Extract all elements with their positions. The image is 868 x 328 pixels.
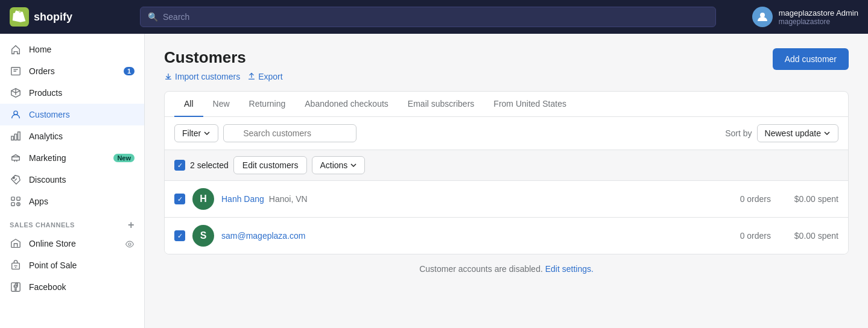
customer-avatar-2: S (192, 225, 214, 247)
customer-checkbox-2[interactable]: ✓ (174, 230, 185, 241)
customer-spent-1: $0.00 spent (778, 194, 838, 204)
table-row[interactable]: ✓ S sam@mageplaza.com 0 orders $0.00 spe… (165, 218, 848, 254)
svg-rect-6 (18, 132, 21, 140)
add-customer-button[interactable]: Add customer (773, 48, 849, 70)
content-area: Customers Import customers Export Add cu… (145, 34, 868, 328)
sidebar-item-apps[interactable]: Apps (0, 191, 144, 212)
logo-text: shopify (34, 11, 72, 24)
shopify-logo-icon (10, 7, 29, 27)
edit-customers-button[interactable]: Edit customers (233, 156, 308, 174)
customer-location-1: Hanoi, VN (269, 194, 308, 204)
footer-message: Customer accounts are disabled. (419, 264, 543, 274)
customers-tabs: All New Returning Abandoned checkouts Em… (165, 92, 848, 117)
svg-rect-5 (14, 134, 17, 140)
sidebar-item-products-label: Products (29, 88, 62, 98)
sidebar-item-point-of-sale-label: Point of Sale (29, 260, 77, 270)
page-header: Customers Import customers Export Add cu… (164, 48, 849, 81)
tab-email-subscribers[interactable]: Email subscribers (398, 92, 484, 117)
sidebar-item-marketing[interactable]: Marketing New (0, 147, 144, 169)
discounts-icon (10, 174, 22, 186)
search-icon: 🔍 (148, 12, 158, 22)
sidebar-item-marketing-label: Marketing (29, 153, 66, 163)
footer-note: Customer accounts are disabled. Edit set… (164, 254, 849, 283)
sidebar-item-home-label: Home (29, 45, 51, 54)
filter-button[interactable]: Filter (174, 124, 218, 142)
sort-area: Sort by Newest update (725, 124, 838, 142)
search-customers-wrap: 🔍 (223, 124, 720, 142)
export-button[interactable]: Export (247, 72, 282, 81)
facebook-icon (10, 281, 22, 293)
filter-row: Filter 🔍 Sort by Newest update (165, 117, 848, 150)
svg-rect-4 (11, 136, 14, 140)
search-input[interactable] (163, 12, 708, 22)
customer-name-2: sam@mageplaza.com (221, 231, 306, 241)
online-store-icon (10, 238, 22, 250)
marketing-icon (10, 152, 22, 164)
sidebar: Home Orders 1 Products Customers Analy (0, 34, 145, 328)
sidebar-item-products[interactable]: Products (0, 82, 144, 104)
user-name: mageplazastore Admin (779, 8, 858, 17)
page-title-area: Customers Import customers Export (164, 48, 283, 81)
apps-icon (10, 195, 22, 207)
sidebar-item-discounts[interactable]: Discounts (0, 169, 144, 191)
sidebar-item-orders[interactable]: Orders 1 (0, 60, 144, 82)
home-icon (10, 43, 22, 55)
logo-area: shopify (10, 7, 130, 27)
customer-info-2: sam@mageplaza.com (221, 231, 703, 241)
user-area: mageplazastore Admin mageplazastore (726, 7, 858, 27)
sort-button[interactable]: Newest update (757, 124, 838, 142)
tab-from-united-states[interactable]: From United States (484, 92, 576, 117)
svg-point-12 (128, 243, 131, 245)
select-all-checkbox[interactable]: ✓ (174, 160, 185, 171)
sidebar-item-customers-label: Customers (29, 110, 70, 119)
sidebar-item-customers[interactable]: Customers (0, 104, 144, 125)
actions-label: Actions (320, 160, 347, 170)
sidebar-item-facebook-label: Facebook (29, 282, 66, 292)
sales-channels-section: SALES CHANNELS + (0, 212, 144, 233)
sidebar-item-facebook[interactable]: Facebook (0, 276, 144, 298)
actions-button[interactable]: Actions (312, 156, 365, 174)
selection-row: ✓ 2 selected Edit customers Actions (165, 150, 848, 181)
customer-avatar-1: H (192, 188, 214, 210)
filter-label: Filter (182, 128, 201, 138)
sidebar-item-orders-label: Orders (29, 66, 55, 76)
products-icon (10, 87, 22, 99)
avatar (752, 7, 773, 27)
svg-point-7 (13, 177, 15, 179)
analytics-icon (10, 130, 22, 142)
topbar: shopify 🔍 mageplazastore Admin mageplaza… (0, 0, 868, 34)
add-sales-channel-button[interactable]: + (128, 219, 135, 230)
page-title: Customers (164, 48, 283, 67)
svg-point-1 (760, 13, 765, 17)
sales-channels-label: SALES CHANNELS (10, 221, 75, 229)
sidebar-item-analytics-label: Analytics (29, 131, 63, 141)
selected-count: 2 selected (190, 160, 229, 170)
import-customers-button[interactable]: Import customers (164, 72, 240, 81)
user-info: mageplazastore Admin mageplazastore (779, 8, 858, 26)
online-store-eye-icon (125, 238, 135, 248)
customer-orders-2: 0 orders (711, 231, 771, 241)
edit-settings-link[interactable]: Edit settings. (545, 264, 594, 274)
orders-icon (10, 65, 22, 77)
svg-rect-10 (11, 203, 14, 206)
sidebar-item-online-store[interactable]: Online Store (0, 233, 144, 254)
tab-abandoned-checkouts[interactable]: Abandoned checkouts (295, 92, 398, 117)
orders-badge: 1 (124, 67, 135, 75)
svg-rect-8 (11, 197, 14, 200)
search-customers-input[interactable] (223, 124, 356, 142)
customer-checkbox-1[interactable]: ✓ (174, 194, 185, 204)
search-bar[interactable]: 🔍 (140, 7, 716, 27)
sidebar-item-analytics[interactable]: Analytics (0, 125, 144, 147)
tab-returning[interactable]: Returning (239, 92, 296, 117)
sidebar-item-point-of-sale[interactable]: Point of Sale (0, 254, 144, 276)
customers-icon (10, 109, 22, 121)
sort-value: Newest update (765, 128, 821, 138)
tab-new[interactable]: New (203, 92, 239, 117)
main-layout: Home Orders 1 Products Customers Analy (0, 34, 868, 328)
customer-orders-1: 0 orders (711, 194, 771, 204)
table-row[interactable]: ✓ H Hanh Dang Hanoi, VN 0 orders $0.00 s… (165, 181, 848, 218)
sidebar-item-home[interactable]: Home (0, 39, 144, 60)
tab-all[interactable]: All (174, 92, 203, 117)
customers-card: All New Returning Abandoned checkouts Em… (164, 91, 849, 254)
svg-rect-9 (17, 197, 20, 200)
